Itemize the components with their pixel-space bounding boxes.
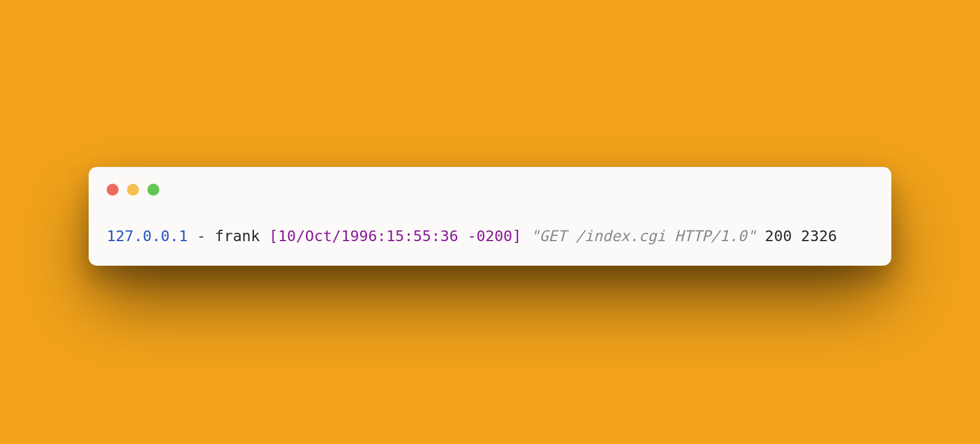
log-status: 200 bbox=[765, 227, 792, 245]
log-date: [10/Oct/1996:15:55:36 bbox=[269, 227, 458, 245]
close-icon[interactable] bbox=[107, 184, 119, 196]
log-ip: 127.0.0.1 bbox=[107, 227, 187, 245]
log-dash: - bbox=[197, 227, 206, 245]
window-titlebar bbox=[107, 184, 873, 196]
maximize-icon[interactable] bbox=[147, 184, 159, 196]
minimize-icon[interactable] bbox=[127, 184, 139, 196]
log-user: frank bbox=[215, 227, 260, 245]
log-request: "GET /index.cgi HTTP/1.0" bbox=[531, 227, 756, 245]
log-line: 127.0.0.1 - frank [10/Oct/1996:15:55:36 … bbox=[107, 226, 873, 247]
log-date-offset: -0200] bbox=[467, 227, 521, 245]
log-size: 2326 bbox=[801, 227, 837, 245]
terminal-window: 127.0.0.1 - frank [10/Oct/1996:15:55:36 … bbox=[89, 167, 891, 266]
